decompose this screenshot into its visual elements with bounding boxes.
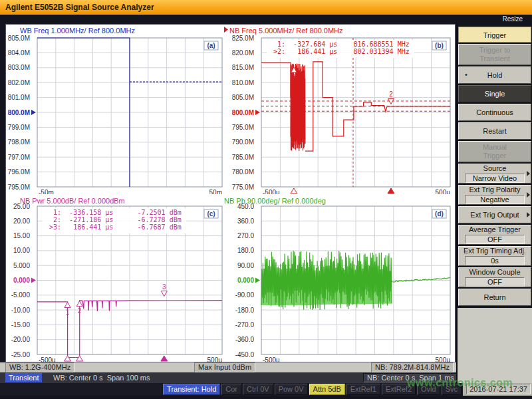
transient-mode-chip: Transient (5, 373, 42, 382)
sidebar-button-return[interactable]: Return (458, 289, 531, 306)
sidebar-button-continuous[interactable]: Continuous (458, 104, 531, 121)
window-title: Agilent E5052B Signal Source Analyzer (5, 3, 154, 12)
titlebar: Agilent E5052B Signal Source Analyzer (0, 0, 532, 15)
status-chip-extref1: ExtRef1 (346, 384, 380, 395)
softkey-label: Ext Trig Timing Adj. (464, 247, 526, 255)
resize-button[interactable]: Resize (502, 15, 523, 23)
submenu-arrow-icon (527, 192, 530, 198)
sidebar-button-restart[interactable]: Restart (458, 122, 531, 140)
instrument-status-bar: 2016-07-21 17:37 Transient: HoldCorCtrl … (0, 383, 532, 396)
softkey-label: Window Couple (469, 268, 520, 277)
nb-sweep-box: NB: Center 0 s Span 1 ms (363, 373, 458, 382)
date-area: 2016-07-21 17:37 (463, 383, 532, 396)
softkey-label: Ext Trig Output (470, 211, 519, 219)
softkey-label: Ext Trig Polarity (469, 186, 520, 194)
sidebar-button-single[interactable]: Single (458, 85, 531, 102)
softkey-label: Return (483, 293, 505, 302)
status-chip-extref2: ExtRef2 (382, 384, 416, 395)
softkey-label: Single (485, 90, 505, 98)
nb-range-box: NB: 789.2M-814.8MHz (371, 362, 454, 372)
status-chip-svc: Svc (442, 384, 462, 395)
softkey-label: Source (483, 164, 507, 173)
status-chip-transient-hold: Transient: Hold (163, 384, 220, 395)
status-chip-attn: Attn 5dB (309, 384, 345, 395)
sidebar-button-hold[interactable]: Hold• (458, 66, 531, 84)
softkey-label: Trigger (483, 152, 506, 160)
plot-panel (5, 24, 456, 362)
datetime-box: 2016-07-21 17:37 (466, 384, 531, 394)
ext-trig-timing-adj-value: 0s (465, 256, 525, 265)
subbar: Resize (0, 15, 532, 24)
range-status-bar: WB: 1.2G-400MHz Max Input 0dBm NB: 789.2… (0, 362, 456, 372)
submenu-arrow-icon (527, 212, 530, 217)
sidebar-button-ext-trig-timing-adj[interactable]: Ext Trig Timing Adj.0s (458, 246, 531, 266)
sidebar-button-ext-trig-output[interactable]: Ext Trig Output (458, 206, 531, 223)
softkey-label: Average Trigger (469, 225, 521, 234)
sidebar-button-source[interactable]: SourceNarrow Video (458, 164, 531, 184)
wb-sweep-label: WB: Center 0 s Span 100 ms (53, 372, 150, 383)
status-chips: Transient: HoldCorCtrl 0VPow 0VAttn 5dBE… (163, 384, 462, 395)
instrument-screen: Agilent E5052B Signal Source Analyzer Re… (0, 0, 532, 399)
sidebar-button-window-couple[interactable]: Window CoupleOFF (458, 267, 531, 287)
max-input-box: Max Input 0dBm (194, 362, 255, 372)
softkey-sidebar: Trigger Trigger toTransientHold•SingleCo… (456, 24, 532, 383)
softkey-label: Restart (483, 127, 506, 136)
wb-range-box: WB: 1.2G-400MHz (5, 362, 74, 372)
submenu-arrow-icon (527, 171, 530, 176)
sweep-status-bar: Transient WB: Center 0 s Span 100 ms NB:… (0, 372, 456, 383)
softkey-label: Trigger to (479, 46, 511, 55)
status-chip-ctrl: Ctrl 0V (243, 384, 273, 395)
sidebar-button-manual-trigger: ManualTrigger (458, 141, 531, 162)
sidebar-button-ext-trig-polarity[interactable]: Ext Trig PolarityNegative (458, 185, 531, 205)
softkey-label: Transient (479, 55, 509, 63)
source-value: Narrow Video (465, 174, 525, 183)
softkey-label: Continuous (476, 108, 513, 117)
softkey-label: Manual (483, 143, 507, 152)
menu-header-trigger: Trigger (458, 27, 531, 43)
sidebar-button-average-trigger[interactable]: Average TriggerOFF (458, 225, 531, 245)
softkey-label: Hold (487, 71, 503, 80)
ext-trig-polarity-value: Negative (465, 195, 525, 204)
bullet-icon: • (465, 70, 467, 79)
sidebar-button-trigger-to-transient: Trigger toTransient (458, 44, 531, 65)
window-couple-value: OFF (465, 277, 525, 287)
status-chip-ovld: Ovld (417, 384, 440, 395)
average-trigger-value: OFF (465, 235, 525, 244)
status-chip-pow: Pow 0V (275, 384, 308, 395)
softkey-menu: Trigger Trigger toTransientHold•SingleCo… (458, 24, 532, 308)
status-chip-cor: Cor (221, 384, 241, 395)
